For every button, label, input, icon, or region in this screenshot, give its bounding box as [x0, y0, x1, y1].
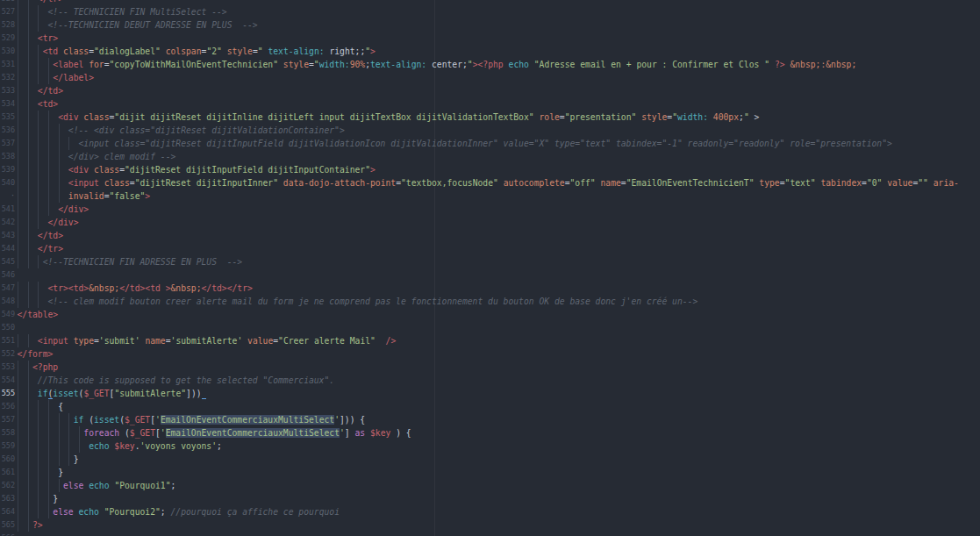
code-line-542[interactable]: 542 </div> — [0, 216, 980, 229]
token-v: $_GET — [130, 428, 155, 438]
token-s: 'submitAlerte' — [171, 336, 243, 346]
code-line-543[interactable]: 543 </td> — [0, 229, 980, 242]
code-line-564[interactable]: 564 else echo "Pourquoi2"; //pourquoi ça… — [0, 505, 980, 518]
line-number: 542 — [0, 216, 16, 229]
line-text: <!-- clem modif bouton creer alerte mail… — [16, 295, 980, 308]
token-a: colspan — [166, 46, 202, 56]
token-a: class — [83, 112, 109, 122]
code-line-531[interactable]: 531 <label for="copyToWithMailOnEventTec… — [0, 58, 980, 71]
code-line-562[interactable]: 562 else echo "Pourquoi1"; — [0, 479, 980, 492]
code-area[interactable]: 526 </tr>527 <!-- TECHNICIEN FIN MultiSe… — [0, 0, 980, 536]
line-number: 557 — [0, 413, 16, 426]
line-text: <div class="dijit dijitReset dijitInline… — [16, 111, 980, 124]
code-line-554[interactable]: 554 //This code is supposed to get the s… — [0, 374, 980, 387]
code-line-528[interactable]: 528 <!--TECHNICIEN DEBUT ADRESSE EN PLUS… — [0, 18, 980, 32]
line-text — [16, 532, 980, 536]
code-line-565[interactable]: 565 ?> — [0, 518, 980, 532]
code-line-549[interactable]: 549</table> — [0, 308, 980, 321]
code-line-545[interactable]: 545 <!--TECHNICIEN FIN ADRESSE EN PLUS -… — [0, 255, 980, 268]
line-text: echo $key.'voyons voyons'; — [16, 440, 980, 453]
indent-guides — [18, 295, 48, 308]
token-d: ( — [119, 428, 130, 438]
line-number: 543 — [0, 229, 16, 242]
token-a: name — [145, 336, 165, 346]
code-line-563[interactable]: 563 } — [0, 492, 980, 505]
code-line-566[interactable]: 566 — [0, 532, 980, 536]
indent-guides — [18, 124, 68, 137]
line-number: 560 — [0, 453, 16, 466]
line-number: 532 — [0, 71, 16, 84]
line-text: if (isset($_GET['EmailOnEventCommerciaux… — [16, 413, 980, 426]
line-text: ?> — [16, 518, 980, 532]
code-line-544[interactable]: 544 </tr> — [0, 242, 980, 255]
token-k: isset — [53, 389, 78, 398]
token-t: > — [145, 191, 150, 201]
code-line-529[interactable]: 529 <tr> — [0, 32, 980, 45]
code-line-550[interactable]: 550 — [0, 321, 980, 334]
token-v: $key — [114, 441, 134, 451]
code-line-558[interactable]: 558 foreach ($_GET['EmailOnEventCommerci… — [0, 426, 980, 440]
code-line-535[interactable]: 535 <div class="dijit dijitReset dijitIn… — [0, 111, 980, 124]
indent-guides — [18, 189, 68, 203]
token-t: ?> — [775, 60, 785, 69]
code-line-556[interactable]: 556 { — [0, 400, 980, 413]
code-line-532[interactable]: 532 </label> — [0, 71, 980, 84]
token-d: ] — [345, 428, 355, 438]
token-a: type — [759, 178, 779, 188]
line-number: 553 — [0, 361, 16, 374]
token-c: </div> clem modif --> — [68, 152, 175, 161]
token-t: > — [370, 46, 376, 56]
line-text: <!-- <div class="dijitReset dijitValidat… — [16, 124, 980, 137]
token-e: &nbsp; — [171, 283, 202, 293]
code-line-541[interactable]: 541 </div> — [0, 203, 980, 216]
token-t: > — [370, 165, 376, 175]
code-line-537[interactable]: 537 <input class="dijitReset dijitInputF… — [0, 137, 980, 150]
line-number: 539 — [0, 163, 16, 176]
token-c: //pourquoi ça affiche ce pourquoi — [171, 507, 340, 517]
token-a: style — [283, 60, 309, 69]
code-line-539[interactable]: 539 <div class="dijitReset dijitInputFie… — [0, 163, 980, 176]
code-line-553[interactable]: 553 <?php — [0, 361, 980, 374]
code-line-555[interactable]: 555 if(isset($_GET["submitAlerte"])) — [0, 387, 980, 400]
token-s: "dijitReset dijitInputInner" — [135, 178, 278, 188]
line-text: foreach ($_GET['EmailOnEventCommerciauxM… — [16, 426, 980, 440]
code-line-552[interactable]: 552</form> — [0, 347, 980, 361]
code-line-530[interactable]: 530 <td class="dialogLabel" colspan="2" … — [0, 45, 980, 58]
code-line-561[interactable]: 561 } — [0, 466, 980, 479]
line-number: 549 — [0, 308, 16, 321]
code-line-559[interactable]: 559 echo $key.'voyons voyons'; — [0, 440, 980, 453]
code-line-560[interactable]: 560 } — [0, 453, 980, 466]
token-n: 90% — [350, 60, 366, 69]
token-k: isset — [94, 415, 119, 425]
line-number: 534 — [0, 97, 16, 111]
token-d: ])) — [186, 389, 202, 398]
token-c: <!-- clem modif bouton creer alerte mail… — [48, 297, 698, 306]
code-line-557[interactable]: 557 if (isset($_GET['EmailOnEventCommerc… — [0, 413, 980, 426]
code-line-547[interactable]: 547 <tr><td>&nbsp;</td><td >&nbsp;</td><… — [0, 282, 980, 295]
token-u — [202, 389, 207, 399]
token-v: $_GET — [83, 389, 109, 398]
code-line-wrap[interactable]: · invalid="false"> — [0, 189, 980, 203]
code-line-546[interactable]: 546 — [0, 268, 980, 282]
code-line-534[interactable]: 534 <td> — [0, 97, 980, 111]
token-t: ?> — [32, 520, 43, 530]
indent-guides — [18, 492, 54, 505]
token-p: width: — [319, 60, 350, 69]
token-c: <!--TECHNICIEN FIN ADRESSE EN PLUS --> — [43, 257, 242, 267]
token-a: data-dojo-attach-point — [283, 178, 396, 188]
line-text: if(isset($_GET["submitAlerte"])) — [16, 387, 980, 400]
line-text — [16, 268, 980, 282]
code-line-527[interactable]: 527 <!-- TECHNICIEN FIN MultiSelect --> — [0, 5, 980, 18]
token-t: <div — [68, 165, 94, 175]
token-t: </td> — [38, 86, 63, 96]
code-line-538[interactable]: 538 </div> clem modif --> — [0, 150, 980, 163]
code-line-536[interactable]: 536 <!-- <div class="dijitReset dijitVal… — [0, 124, 980, 137]
code-line-533[interactable]: 533 </td> — [0, 84, 980, 97]
code-line-548[interactable]: 548 <!-- clem modif bouton creer alerte … — [0, 295, 980, 308]
token-m: else — [63, 481, 83, 490]
line-text: </tr> — [16, 242, 980, 255]
code-line-540[interactable]: 540 <input class="dijitReset dijitInputI… — [0, 176, 980, 189]
code-line-551[interactable]: 551 <input type='submit' name='submitAle… — [0, 334, 980, 347]
line-number: 548 — [0, 295, 16, 308]
token-t: </div> — [48, 218, 79, 227]
